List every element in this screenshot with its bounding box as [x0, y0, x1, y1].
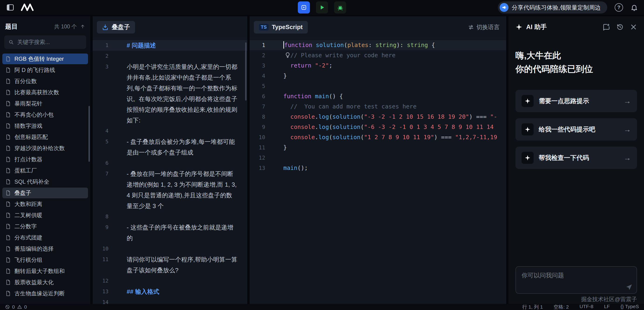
ai-suggestion-card[interactable]: 帮我检查一下代码→ [516, 147, 637, 169]
sidebar-item-label: 股票收益最大化 [14, 279, 54, 286]
problem-text: - 盘子叠放后会被分为多堆,每一堆都可能是由一个或多个盘子组成 [127, 136, 238, 158]
statusbar-item[interactable]: 行 1, 列 1 [522, 304, 543, 310]
sidebar-item[interactable]: 打点计数器 [2, 154, 88, 165]
sidebar-item[interactable]: RGB 色值转 Integer [2, 53, 88, 64]
document-icon [5, 168, 11, 174]
line-number: 8 [93, 211, 114, 222]
problem-text [127, 244, 238, 254]
collapse-sidebar-icon[interactable] [80, 24, 85, 29]
problem-line: 13## 输入格式 [93, 286, 247, 297]
line-number: 4 [250, 71, 272, 81]
send-icon[interactable] [625, 284, 633, 291]
sidebar-item[interactable]: 不再贪心的小包 [2, 109, 88, 120]
line-number: 13 [93, 286, 114, 297]
sparkle-icon [522, 123, 534, 135]
sidebar-item[interactable]: 二叉树供暖 [2, 210, 88, 221]
statusbar-item[interactable]: {} TypeS [620, 304, 639, 310]
problem-scrollbar[interactable] [245, 42, 246, 100]
document-icon [5, 156, 11, 162]
ai-header: AI 助手 [516, 16, 637, 38]
sidebar-item-label: 翻转后最大子数组和 [14, 268, 65, 275]
sparkle-icon [522, 152, 534, 164]
document-icon [5, 235, 11, 241]
sidebar-item-label: SQL 代码补全 [14, 178, 49, 186]
tab-problem[interactable]: 叠盘子 [97, 21, 135, 33]
code-editor[interactable]: 1function solution(plates: string): stri… [250, 38, 506, 304]
editor-panel: TS TypeScript 切换语言 1function solution(pl… [250, 16, 506, 304]
sidebar-item[interactable]: 暴雨梨花针 [2, 98, 88, 109]
sidebar-item[interactable]: 二分数字 [2, 221, 88, 232]
new-chat-icon[interactable] [603, 23, 610, 30]
code-text: return "-2"; [283, 60, 506, 71]
code-line: 6function main() { [250, 91, 506, 101]
problem-line: 5- 盘子叠放后会被分为多堆,每一堆都可能是由一个或多个盘子组成 [93, 136, 247, 158]
sidebar-scrollbar[interactable] [88, 106, 90, 162]
sidebar-item[interactable]: 翻转后最大子数组和 [2, 266, 88, 277]
sidebar-item[interactable]: 番茄编辑的选择 [2, 244, 88, 254]
code-text: function solution(plates: string): strin… [283, 40, 506, 50]
switch-language-icon [468, 24, 474, 30]
sidebar-item[interactable]: 股票收益最大化 [2, 277, 88, 288]
sidebar-item[interactable]: 创意标题匹配 [2, 132, 88, 142]
problem-line: 4 [93, 126, 247, 136]
problem-line: 9- 这些盘子的序号在被叠放之前就是递增的 [93, 222, 247, 244]
problem-text [127, 297, 238, 304]
sidebar-item[interactable]: 阿 D 的飞行路线 [2, 65, 88, 75]
ai-suggestion-card[interactable]: 给我一些代码提示吧→ [516, 118, 637, 141]
tab-language[interactable]: TS TypeScript [254, 21, 308, 33]
ai-suggestion-label: 给我一些代码提示吧 [539, 125, 595, 134]
help-icon[interactable]: ? [615, 3, 623, 12]
code-line: 13main(); [250, 163, 506, 173]
ai-suggestion-card[interactable]: 需要一点思路提示→ [516, 90, 637, 112]
topbar-left [6, 2, 34, 12]
problem-text [127, 51, 238, 61]
add-button[interactable] [298, 1, 310, 13]
main-area: 题目 共 100 个 关键字搜索... RGB 色值转 Integer阿 D 的… [0, 15, 644, 304]
sidebar-item-label: RGB 色值转 Integer [14, 55, 64, 63]
warning-count: 0 [24, 304, 27, 310]
sidebar-item-label: 百分位数 [14, 77, 37, 85]
line-number: 6 [93, 158, 114, 169]
history-icon[interactable] [616, 23, 624, 30]
sidebar-item[interactable]: 猜数字游戏 [2, 121, 88, 131]
sidebar-item[interactable]: 分布式团建 [2, 232, 88, 243]
sidebar-item[interactable]: 大数和距离 [2, 199, 88, 210]
promo-banner[interactable]: 分享代码练习体验,领限量定制周边 [498, 1, 607, 13]
run-button[interactable] [316, 1, 328, 13]
problem-line: 8 [93, 211, 247, 222]
sidebar-toggle-icon[interactable] [6, 3, 14, 12]
notifications-icon[interactable] [630, 4, 638, 11]
debug-button[interactable] [334, 1, 346, 13]
statusbar-item[interactable]: 空格: 2 [554, 304, 569, 310]
ai-actions [603, 23, 637, 30]
line-number: 5 [93, 136, 114, 158]
ai-chat-input[interactable]: 你可以问我问题 [516, 266, 637, 294]
ai-title: AI 助手 [526, 23, 547, 31]
sidebar-item[interactable]: 百分位数 [2, 76, 88, 87]
sidebar-item[interactable]: 飞行棋分组 [2, 255, 88, 265]
sidebar-item[interactable]: 叠盘子 [2, 188, 88, 198]
sidebar-item[interactable]: 古生物血缘远近判断 [2, 288, 88, 299]
app-logo [20, 2, 34, 12]
code-line: 12 [250, 153, 506, 163]
sidebar-item[interactable]: SQL 代码补全 [2, 176, 88, 187]
statusbar-item[interactable]: LF [604, 304, 610, 310]
statusbar-item[interactable]: UTF-8 [580, 304, 594, 310]
search-input[interactable]: 关键字搜索... [4, 35, 86, 49]
document-icon [5, 78, 11, 84]
sidebar-item[interactable]: 比赛最高获胜次数 [2, 87, 88, 98]
lightbulb-icon[interactable] [284, 52, 291, 58]
sidebar-item[interactable]: 蛋糕工厂 [2, 165, 88, 176]
language-tab-label: TypeScript [272, 23, 303, 31]
sidebar-item-label: 阿 D 的飞行路线 [14, 66, 55, 74]
code-line: 4} [250, 71, 506, 81]
code-line: 3 return "-2"; [250, 60, 506, 71]
problem-description[interactable]: 1# 问题描述23小明是个讲究生活质量的人,家里的一切都井井有条,比如说家中的盘… [93, 38, 247, 304]
sidebar-item[interactable]: 穿越沙漠的补给次数 [2, 143, 88, 154]
problem-tabbar: 叠盘子 [93, 16, 247, 38]
problems-indicator[interactable]: 0 0 [5, 304, 27, 310]
close-icon[interactable] [630, 23, 637, 30]
switch-language-button[interactable]: 切换语言 [468, 23, 500, 31]
sidebar-title: 题目 [5, 22, 18, 31]
ai-panel: AI 助手 嗨,大牛在此 你的代码陪练已到位 需要一点思路提示→ [508, 16, 644, 304]
